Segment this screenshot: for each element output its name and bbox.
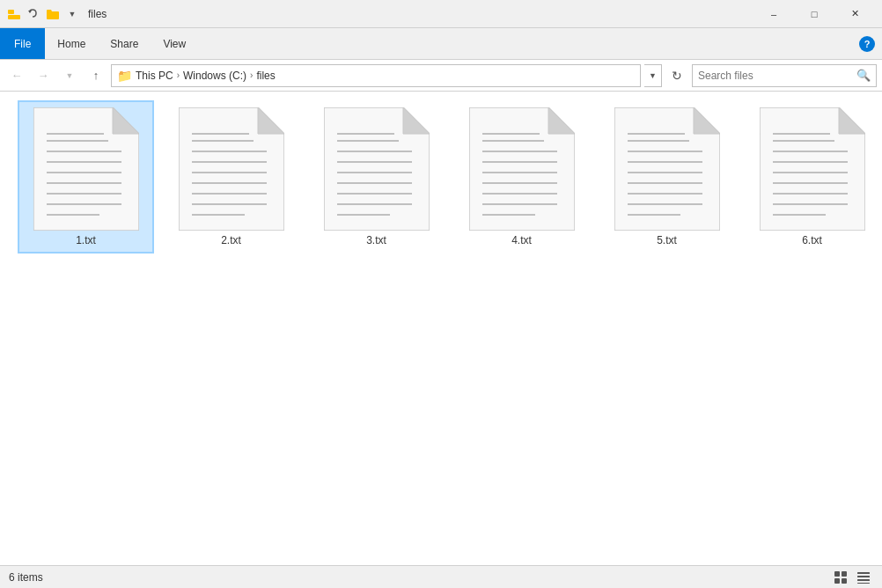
title-bar: ▼ files – □ ✕ [0,0,882,28]
file-menu[interactable]: File [0,28,45,59]
svg-rect-76 [857,583,870,584]
address-dropdown-button[interactable]: ▼ [644,64,662,87]
file-item[interactable]: 2.txt [163,100,299,254]
path-files: files [256,70,275,82]
back-button[interactable]: ← [5,64,28,87]
title-bar-controls: – □ ✕ [753,0,875,28]
file-item[interactable]: 5.txt [599,100,735,254]
file-name: 2.txt [221,234,241,246]
file-icon [33,107,139,231]
search-box: 🔍 [692,64,877,87]
file-icon [614,107,720,231]
file-name: 3.txt [366,234,386,246]
title-bar-title: files [88,8,107,20]
file-icon [179,107,284,231]
quick-access-icon [7,7,21,21]
svg-rect-71 [834,578,840,584]
minimize-button[interactable]: – [753,0,794,28]
up-button[interactable]: ↑ [85,64,107,87]
file-item[interactable]: 4.txt [453,100,590,254]
svg-marker-59 [839,107,865,134]
file-icon [324,107,430,231]
share-menu[interactable]: Share [98,28,151,59]
svg-rect-0 [8,10,14,14]
svg-rect-75 [857,579,870,581]
dropdown-arrow-icon[interactable]: ▼ [65,7,79,21]
item-count: 6 items [9,571,43,584]
address-bar: ← → ▼ ↑ 📁 This PC › Windows (C:) › files… [0,60,882,92]
file-icon [760,107,865,231]
main-content: 1.txt [0,92,882,565]
help-button[interactable]: ? [859,36,875,52]
search-icon[interactable]: 🔍 [856,69,871,82]
file-icon [469,107,575,231]
menu-bar: File Home Share View ? [0,28,882,60]
path-this-pc: This PC [136,70,173,82]
svg-rect-72 [842,578,847,584]
address-path[interactable]: 📁 This PC › Windows (C:) › files [111,64,641,87]
file-item[interactable]: 1.txt [18,100,154,254]
svg-marker-26 [403,107,430,134]
svg-rect-69 [834,571,840,577]
svg-rect-74 [857,576,870,577]
file-item[interactable]: 6.txt [744,100,880,254]
search-input[interactable] [698,70,853,82]
refresh-button[interactable]: ↻ [665,64,688,87]
file-name: 1.txt [76,234,96,246]
svg-rect-1 [8,15,20,19]
forward-button[interactable]: → [32,64,55,87]
path-windows: Windows (C:) [183,70,246,82]
status-bar: 6 items [0,565,882,588]
maximize-button[interactable]: □ [794,0,834,28]
svg-marker-2 [28,11,32,13]
close-button[interactable]: ✕ [834,0,875,28]
svg-rect-73 [857,572,870,574]
svg-marker-48 [694,107,720,134]
file-item[interactable]: 3.txt [308,100,445,254]
path-arrow-2: › [250,70,253,80]
files-grid: 1.txt [18,100,864,254]
folder-icon [46,7,60,21]
undo-icon[interactable] [26,7,40,21]
home-menu[interactable]: Home [45,28,98,59]
title-bar-icons: ▼ [7,7,79,21]
file-name: 4.txt [511,234,532,246]
view-controls [831,568,873,587]
details-view-button[interactable] [854,568,873,587]
svg-rect-70 [842,571,847,577]
svg-marker-37 [548,107,575,134]
path-folder-icon: 📁 [117,69,132,83]
recent-button[interactable]: ▼ [58,64,81,87]
svg-marker-15 [258,107,284,134]
view-menu[interactable]: View [151,28,198,59]
path-arrow-1: › [177,70,180,80]
svg-marker-4 [113,107,139,134]
file-name: 5.txt [657,234,677,246]
large-icons-view-button[interactable] [831,568,850,587]
file-name: 6.txt [802,234,822,246]
